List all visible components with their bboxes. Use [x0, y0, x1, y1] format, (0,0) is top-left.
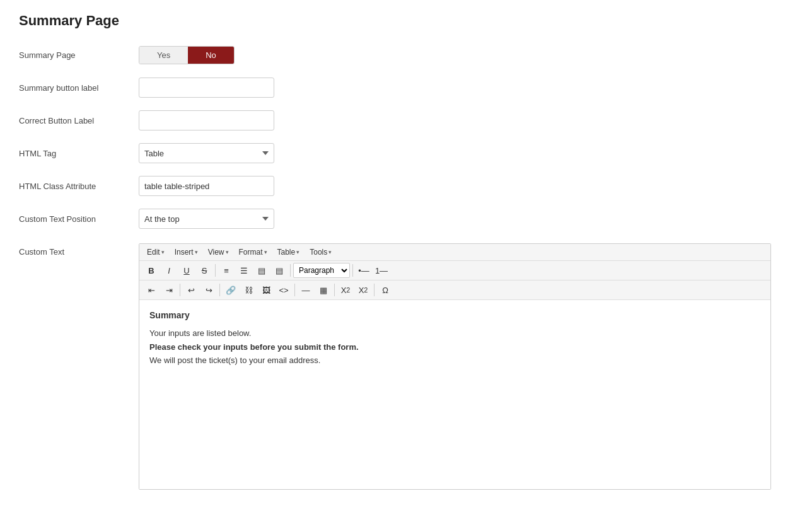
summary-page-row: Summary Page Yes No	[19, 44, 771, 66]
custom-text-position-select[interactable]: At the top At the bottom	[139, 209, 274, 229]
summary-page-toggle[interactable]: Yes No	[139, 46, 235, 64]
italic-btn[interactable]: I	[161, 263, 177, 278]
menu-format[interactable]: Format ▾	[235, 246, 271, 258]
summary-page-no-btn[interactable]: No	[188, 47, 234, 64]
view-arrow: ▾	[226, 249, 229, 255]
separator7	[334, 284, 335, 296]
menu-table[interactable]: Table ▾	[274, 246, 304, 258]
paragraph-select[interactable]: Paragraph Heading 1 Heading 2 Heading 3	[293, 263, 350, 278]
bold-btn[interactable]: B	[143, 263, 160, 278]
outdent-btn[interactable]: ⇤	[143, 282, 160, 298]
menu-insert[interactable]: Insert ▾	[171, 246, 202, 258]
format-arrow: ▾	[264, 249, 267, 255]
content-line2: Please check your inputs before you subm…	[149, 341, 760, 354]
html-class-row: HTML Class Attribute	[19, 175, 771, 197]
special-char-btn[interactable]: Ω	[377, 282, 393, 298]
menu-view[interactable]: View ▾	[204, 246, 233, 258]
strikethrough-btn[interactable]: S	[196, 263, 212, 278]
separator4	[180, 284, 180, 296]
custom-text-position-row: Custom Text Position At the top At the b…	[19, 208, 771, 229]
edit-arrow: ▾	[161, 249, 165, 255]
separator1	[215, 264, 216, 277]
separator5	[219, 284, 220, 296]
align-right-btn[interactable]: ▤	[253, 263, 270, 278]
table-arrow: ▾	[296, 249, 299, 255]
separator2	[290, 264, 291, 277]
custom-text-position-label: Custom Text Position	[19, 214, 139, 224]
content-title: Summary	[149, 309, 760, 322]
link-btn[interactable]: 🔗	[223, 282, 239, 298]
form-section: Summary Page Yes No Summary button label…	[19, 44, 771, 490]
html-class-label: HTML Class Attribute	[19, 182, 139, 191]
underline-btn[interactable]: U	[178, 263, 195, 278]
correct-button-label-label: Correct Button Label	[19, 116, 139, 125]
separator3	[352, 264, 353, 277]
content-line1: Your inputs are listed below.	[149, 327, 760, 340]
unordered-list-btn[interactable]: •—	[356, 263, 372, 278]
content-line3: We will post the ticket(s) to your email…	[149, 354, 760, 367]
editor-toolbar-row2: ⇤ ⇥ ↩ ↪ 🔗 ⛓ 🖼 <> — ▦ X2 X2 Ω	[139, 280, 770, 300]
align-center-btn[interactable]: ☰	[236, 263, 252, 278]
html-tag-row: HTML Tag Table Div Span Section	[19, 142, 771, 164]
hr-btn[interactable]: —	[298, 282, 314, 298]
summary-button-label-input[interactable]	[139, 78, 274, 98]
subscript-btn[interactable]: X2	[337, 282, 354, 298]
indent-btn[interactable]: ⇥	[161, 282, 177, 298]
custom-text-row: Custom Text Edit ▾ Insert ▾ View ▾ Forma…	[19, 241, 771, 490]
superscript-btn[interactable]: X2	[355, 282, 371, 298]
summary-page-label: Summary Page	[19, 50, 139, 60]
code-btn[interactable]: <>	[276, 282, 292, 298]
summary-button-label-label: Summary button label	[19, 83, 139, 93]
summary-button-label-row: Summary button label	[19, 77, 771, 98]
table-insert-btn[interactable]: ▦	[315, 282, 332, 298]
menu-tools[interactable]: Tools ▾	[306, 246, 335, 258]
editor-toolbar-row1: B I U S ≡ ☰ ▤ ▤ Paragraph Heading 1 Head…	[139, 261, 770, 280]
html-tag-label: HTML Tag	[19, 149, 139, 158]
justify-btn[interactable]: ▤	[271, 263, 288, 278]
insert-arrow: ▾	[195, 249, 198, 255]
redo-btn[interactable]: ↪	[200, 282, 217, 298]
correct-button-label-input[interactable]	[139, 110, 274, 130]
editor-menubar: Edit ▾ Insert ▾ View ▾ Format ▾ Table	[139, 244, 770, 261]
tools-arrow: ▾	[328, 249, 332, 255]
summary-page-yes-btn[interactable]: Yes	[139, 47, 188, 64]
undo-btn[interactable]: ↩	[183, 282, 199, 298]
menu-edit[interactable]: Edit ▾	[143, 246, 168, 258]
separator8	[374, 284, 375, 296]
html-tag-select[interactable]: Table Div Span Section	[139, 143, 274, 163]
correct-button-label-row: Correct Button Label	[19, 110, 771, 131]
separator6	[294, 284, 295, 296]
html-class-input[interactable]	[139, 176, 274, 196]
align-left-btn[interactable]: ≡	[218, 263, 235, 278]
custom-text-label: Custom Text	[19, 243, 139, 257]
ordered-list-btn[interactable]: 1—	[373, 263, 390, 278]
unlink-btn[interactable]: ⛓	[240, 282, 257, 298]
page-title: Summary Page	[19, 13, 771, 29]
editor-content[interactable]: Summary Your inputs are listed below. Pl…	[139, 300, 770, 489]
rich-text-editor: Edit ▾ Insert ▾ View ▾ Format ▾ Table	[139, 243, 771, 490]
image-btn[interactable]: 🖼	[258, 282, 274, 298]
